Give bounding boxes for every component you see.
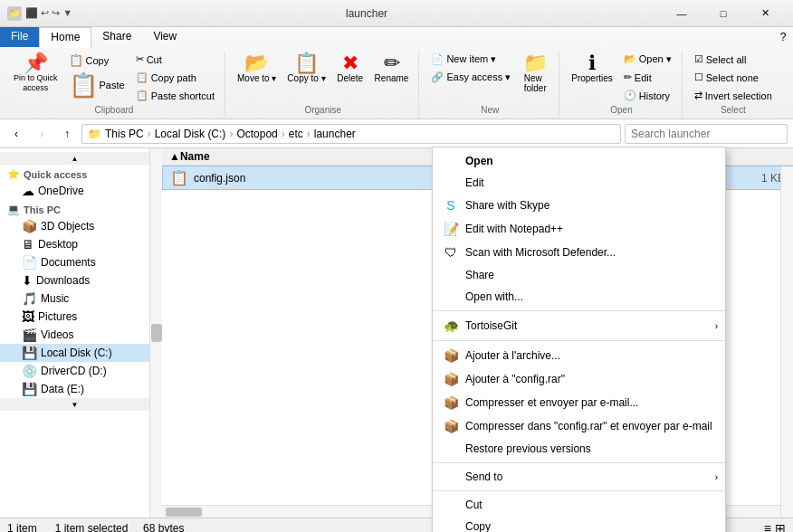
ctx-edit-notepad-label: Edit with Notepad++ [465, 223, 714, 235]
paste-button[interactable]: 📋 Paste [64, 71, 129, 100]
ctx-add-configrar[interactable]: 📦 Ajouter à "config.rar" [433, 367, 725, 391]
move-to-button[interactable]: 📂 Move to ▾ [233, 51, 281, 86]
ctx-share-skype[interactable]: S Share with Skype [433, 194, 725, 217]
ctx-copy-label: Copy [465, 520, 714, 532]
nav-scrollbar-thumb[interactable] [151, 324, 162, 342]
ctx-defender-icon: 🛡 [444, 245, 458, 260]
desktop-icon: 🖥 [22, 237, 34, 252]
ctx-open[interactable]: Open [433, 150, 725, 172]
history-ribbon-button[interactable]: 🕐 History [619, 87, 676, 104]
ctx-add-archive[interactable]: 📦 Ajouter à l'archive... [433, 344, 725, 367]
nav-scrollbar[interactable] [149, 148, 162, 518]
help-button[interactable]: ? [773, 27, 793, 47]
nav-section-this-pc[interactable]: 💻 This PC [0, 200, 149, 217]
easy-access-button[interactable]: 🔗 Easy access ▾ [426, 69, 515, 86]
rename-button[interactable]: ✏ Rename [370, 51, 414, 86]
open-ribbon-label: Open ▾ [639, 53, 672, 65]
clipboard-extra-group: ✂ Cut 📋 Copy path 📋 Paste shortcut [131, 51, 219, 104]
select-all-icon: ☑ [694, 53, 703, 65]
ctx-scan-defender[interactable]: 🛡 Scan with Microsoft Defender... [433, 241, 725, 264]
nav-back-button[interactable]: ‹ [5, 124, 27, 144]
easy-access-label: Easy access ▾ [446, 71, 511, 83]
new-folder-button[interactable]: 📁 Newfolder [517, 51, 553, 96]
nav-item-desktop[interactable]: 🖥 Desktop [0, 235, 149, 253]
item-selection-status: 1 item selected 68 bytes [55, 522, 185, 533]
ctx-share[interactable]: Share [433, 264, 725, 286]
ctx-send-to[interactable]: Send to › [433, 466, 725, 488]
3d-objects-label: 3D Objects [41, 220, 94, 233]
rename-icon: ✏ [384, 53, 400, 73]
nav-section-quick-access[interactable]: ⭐ Quick access [0, 165, 149, 182]
select-none-button[interactable]: ☐ Select none [690, 69, 777, 86]
nav-item-documents[interactable]: 📄 Documents [0, 253, 149, 271]
downloads-label: Downloads [36, 274, 90, 287]
edit-ribbon-label: Edit [635, 72, 652, 83]
minimize-button[interactable] [661, 0, 702, 27]
ctx-compress-rar-email[interactable]: 📦 Compresser dans "config.rar" et envoye… [433, 414, 725, 438]
scroll-down-button[interactable]: ▼ [0, 398, 149, 411]
scroll-up-button[interactable]: ▲ [0, 152, 149, 165]
config-json-size: 1 KB [731, 172, 785, 185]
pictures-label: Pictures [38, 310, 77, 323]
ctx-edit[interactable]: Edit [433, 172, 725, 194]
ctx-add-archive-icon: 📦 [444, 348, 458, 363]
invert-selection-button[interactable]: ⇄ Invert selection [690, 87, 777, 104]
ctx-cut[interactable]: Cut [433, 494, 725, 516]
ctx-copy[interactable]: Copy [433, 516, 725, 532]
tab-share[interactable]: Share [91, 27, 142, 47]
this-pc-label: This PC [24, 204, 61, 215]
copy-to-button[interactable]: 📋 Copy to ▾ [282, 51, 330, 86]
nav-item-music[interactable]: 🎵 Music [0, 290, 149, 308]
pin-to-quick-access-button[interactable]: 📌 Pin to Quickaccess [9, 51, 62, 96]
ctx-open-with[interactable]: Open with... [433, 286, 725, 308]
maximize-button[interactable] [702, 0, 744, 27]
large-icons-view-button[interactable]: ⊞ [775, 521, 786, 533]
copy-path-button[interactable]: 📋 Copy path [131, 69, 219, 86]
tab-view[interactable]: View [142, 27, 187, 47]
copy-button[interactable]: 📋 Copy [64, 51, 129, 70]
ctx-restore-versions[interactable]: Restore previous versions [433, 438, 725, 460]
tab-home[interactable]: Home [39, 27, 91, 48]
select-all-button[interactable]: ☑ Select all [690, 51, 777, 68]
item-count-status: 1 item [7, 522, 37, 533]
ctx-compress-email[interactable]: 📦 Compresser et envoyer par e-mail... [433, 391, 725, 414]
search-input[interactable] [625, 124, 788, 144]
nav-up-button[interactable]: ↑ [56, 124, 78, 144]
nav-item-videos[interactable]: 🎬 Videos [0, 326, 149, 344]
nav-item-downloads[interactable]: ⬇ Downloads [0, 271, 149, 290]
ctx-edit-notepad[interactable]: 📝 Edit with Notepad++ [433, 217, 725, 241]
nav-item-pictures[interactable]: 🖼 Pictures [0, 308, 149, 326]
nav-item-onedrive[interactable]: ☁ OneDrive [0, 182, 149, 200]
pin-label: Pin to Quickaccess [14, 73, 58, 93]
nav-item-drivercd-d[interactable]: 💿 DriverCD (D:) [0, 362, 149, 380]
file-scrollbar[interactable] [780, 166, 793, 518]
select-none-label: Select none [706, 72, 759, 83]
edit-ribbon-icon: ✏ [624, 71, 632, 83]
breadcrumb-folder-icon: 📁 [88, 128, 101, 140]
window-controls [661, 0, 786, 27]
breadcrumb-launcher: launcher [314, 128, 356, 140]
open-ribbon-button[interactable]: 📂 Open ▾ [619, 51, 676, 68]
ctx-send-to-label: Send to [465, 470, 714, 483]
paste-shortcut-button[interactable]: 📋 Paste shortcut [131, 87, 219, 104]
close-button[interactable] [744, 0, 786, 27]
details-view-button[interactable]: ≡ [764, 521, 771, 533]
ribbon-group-organise: 📂 Move to ▾ 📋 Copy to ▾ ✖ Delete ✏ Renam… [227, 51, 419, 117]
nav-pane: ▲ ⭐ Quick access ☁ OneDrive 💻 This PC 📦 … [0, 148, 149, 518]
properties-icon: ℹ [588, 53, 596, 73]
nav-item-local-disk-c[interactable]: 💾 Local Disk (C:) [0, 344, 149, 362]
select-all-label: Select all [706, 54, 747, 65]
horizontal-scrollbar-thumb[interactable] [166, 508, 202, 517]
properties-ribbon-button[interactable]: ℹ Properties [567, 51, 617, 86]
nav-item-3d-objects[interactable]: 📦 3D Objects [0, 217, 149, 235]
breadcrumb[interactable]: 📁 This PC › Local Disk (C:) › Octopod › … [81, 124, 621, 144]
ctx-compress-email-label: Compresser et envoyer par e-mail... [465, 396, 714, 409]
cut-button[interactable]: ✂ Cut [131, 51, 219, 68]
ctx-tortoisegit[interactable]: 🐢 TortoiseGit › [433, 314, 725, 337]
tab-file[interactable]: File [0, 27, 39, 47]
ctx-sep4 [433, 490, 725, 491]
delete-button[interactable]: ✖ Delete [332, 51, 368, 86]
edit-ribbon-button[interactable]: ✏ Edit [619, 69, 676, 86]
new-item-button[interactable]: 📄 New item ▾ [426, 51, 515, 68]
nav-item-data-e[interactable]: 💾 Data (E:) [0, 380, 149, 398]
